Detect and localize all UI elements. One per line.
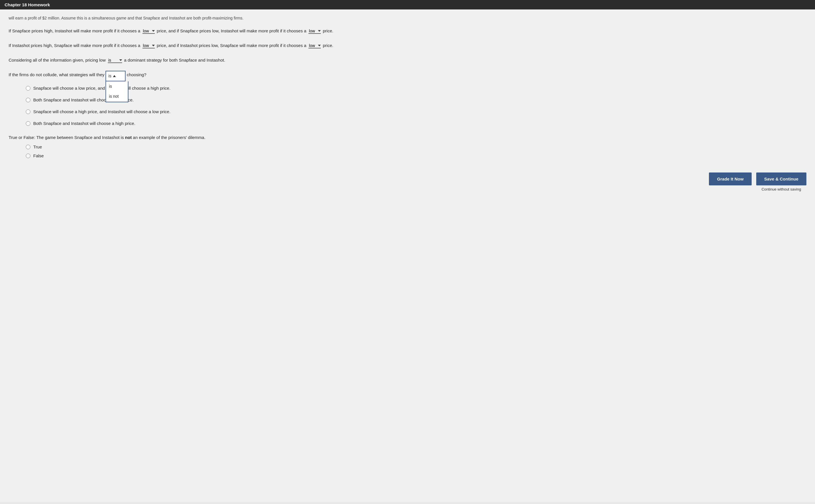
q4-suffix: choosing? bbox=[127, 71, 146, 79]
page-title: Chapter 18 Homework bbox=[5, 2, 50, 7]
arrow-up-icon bbox=[113, 75, 116, 77]
q5-radio-false[interactable] bbox=[26, 154, 30, 158]
question-1-block: If Snapface prices high, Instashot will … bbox=[9, 27, 806, 35]
q4-option-1-label: Snapface will choose a low price, and In… bbox=[33, 84, 170, 92]
q3-suffix: a dominant strategy for both Snapface an… bbox=[124, 58, 225, 62]
q4-selected-value: is bbox=[108, 72, 111, 80]
q5-true-option[interactable]: True bbox=[26, 144, 806, 149]
buttons-area: Grade It Now Save & Continue Continue wi… bbox=[9, 172, 806, 191]
q5-false-option[interactable]: False bbox=[26, 153, 806, 158]
q5-question-text: True or False: The game between Snapface… bbox=[9, 134, 806, 141]
q5-true-label: True bbox=[33, 144, 42, 149]
intro-text: will earn a profit of $2 million. Assume… bbox=[9, 15, 806, 21]
q4-option-1[interactable]: Snapface will choose a low price, and In… bbox=[26, 84, 806, 92]
q4-radio-2[interactable] bbox=[26, 98, 30, 102]
q1-select2[interactable]: low high bbox=[308, 29, 322, 33]
q5-bold-word: not bbox=[125, 135, 132, 140]
q2-select2[interactable]: low high bbox=[308, 43, 322, 48]
q2-select1[interactable]: low high bbox=[142, 43, 156, 48]
q5-radio-options: True False bbox=[26, 144, 806, 158]
q1-mid: price, and if Snapface prices low, Insta… bbox=[157, 28, 306, 33]
question-5-block: True or False: The game between Snapface… bbox=[9, 134, 806, 158]
q5-suffix: an example of the prisoners' dilemma. bbox=[133, 135, 205, 140]
question-2-block: If Instashot prices high, Snapface will … bbox=[9, 42, 806, 49]
q4-option-is[interactable]: is bbox=[106, 81, 128, 91]
q2-dropdown2[interactable]: low high bbox=[308, 43, 321, 48]
save-continue-button[interactable]: Save & Continue bbox=[756, 172, 806, 185]
q1-select1[interactable]: low high bbox=[142, 29, 156, 33]
q1-suffix: price. bbox=[323, 28, 333, 33]
content-area: will earn a profit of $2 million. Assume… bbox=[0, 9, 815, 502]
q5-false-label: False bbox=[33, 153, 44, 158]
q2-dropdown1[interactable]: low high bbox=[142, 43, 155, 48]
q4-option-4-label: Both Snapface and Instashot will choose … bbox=[33, 119, 135, 127]
q3-dropdown[interactable]: is is not bbox=[108, 58, 122, 63]
q2-suffix: price. bbox=[323, 43, 333, 48]
q4-option-2[interactable]: Both Snapface and Instashot will choose … bbox=[26, 96, 806, 104]
question-3-block: Considering all of the information given… bbox=[9, 56, 806, 64]
q4-radio-4[interactable] bbox=[26, 121, 30, 126]
q4-option-3-label: Snapface will choose a high price, and I… bbox=[33, 108, 170, 115]
question-4-block: If the firms do not collude, what strate… bbox=[9, 71, 806, 127]
q4-dropdown-menu: is is not bbox=[105, 81, 128, 102]
q2-mid: price, and if Instashot prices low, Snap… bbox=[157, 43, 306, 48]
q4-option-4[interactable]: Both Snapface and Instashot will choose … bbox=[26, 119, 806, 127]
q4-option-is-not[interactable]: is not bbox=[106, 91, 128, 101]
q1-dropdown1[interactable]: low high bbox=[142, 29, 155, 34]
q2-prefix: If Instashot prices high, Snapface will … bbox=[9, 43, 140, 48]
q1-prefix: If Snapface prices high, Instashot will … bbox=[9, 28, 140, 33]
q1-dropdown2[interactable]: low high bbox=[308, 29, 321, 34]
q4-prefix: If the firms do not collude, what strate… bbox=[9, 71, 104, 79]
continue-without-saving-link[interactable]: Continue without saving bbox=[761, 187, 801, 191]
grade-button[interactable]: Grade It Now bbox=[709, 172, 752, 185]
q4-dropdown-trigger[interactable]: is bbox=[105, 71, 126, 81]
q4-radio-3[interactable] bbox=[26, 109, 30, 114]
q4-radio-options: Snapface will choose a low price, and In… bbox=[26, 84, 806, 127]
q3-prefix: Considering all of the information given… bbox=[9, 58, 106, 62]
q4-radio-1[interactable] bbox=[26, 86, 30, 91]
q4-dropdown-open[interactable]: is is is not bbox=[105, 71, 126, 81]
q4-option-3[interactable]: Snapface will choose a high price, and I… bbox=[26, 108, 806, 115]
page-header: Chapter 18 Homework bbox=[0, 0, 815, 9]
q3-select[interactable]: is is not bbox=[108, 58, 123, 62]
q5-prefix: True or False: The game between Snapface… bbox=[9, 135, 125, 140]
q5-radio-true[interactable] bbox=[26, 145, 30, 149]
save-continue-wrapper: Save & Continue Continue without saving bbox=[756, 172, 806, 191]
